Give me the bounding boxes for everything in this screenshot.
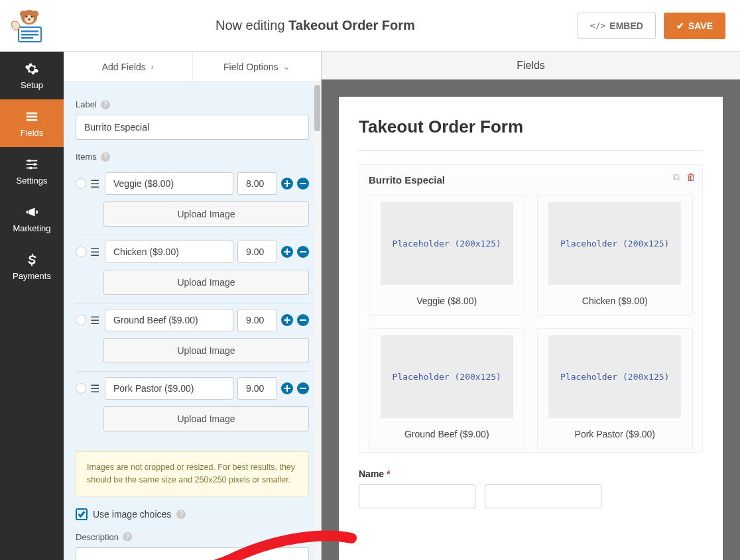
choice-label: Ground Beef ($9.00) <box>375 429 519 439</box>
chevron-down-icon: ⌄ <box>283 62 290 72</box>
svg-point-4 <box>26 15 28 17</box>
image-choice[interactable]: Placeholder (200x125) Ground Beef ($9.00… <box>369 328 525 449</box>
canvas-header: Fields <box>322 52 740 80</box>
upload-image-button[interactable]: Upload Image <box>103 338 309 363</box>
remove-item-button[interactable] <box>297 382 309 394</box>
checkbox-icon <box>76 508 88 520</box>
item-name-input[interactable] <box>105 241 233 263</box>
help-icon[interactable]: ? <box>123 532 132 541</box>
sidebar-item-setup[interactable]: Setup <box>0 52 64 99</box>
item-name-input[interactable] <box>105 377 233 400</box>
embed-button[interactable]: </> EMBED <box>578 13 656 39</box>
svg-rect-22 <box>300 319 306 321</box>
item-name-input[interactable] <box>105 309 233 331</box>
image-choice[interactable]: Placeholder (200x125) Chicken ($9.00) <box>537 195 694 316</box>
svg-point-17 <box>28 159 31 162</box>
sidebar-item-marketing[interactable]: Marketing <box>0 195 64 243</box>
name-field-label: Name * <box>359 469 390 479</box>
drag-handle-icon[interactable]: ☰ <box>90 178 101 190</box>
sidebar-item-payments[interactable]: Payments <box>0 243 64 290</box>
drag-handle-icon[interactable]: ☰ <box>90 382 101 395</box>
delete-field-icon[interactable]: 🗑 <box>686 172 696 183</box>
drag-handle-icon[interactable]: ☰ <box>90 246 101 258</box>
use-image-choices-checkbox[interactable]: Use image choices ? <box>76 508 309 520</box>
first-name-input[interactable] <box>359 484 475 508</box>
field-title: Burrito Especial <box>369 174 693 186</box>
code-icon: </> <box>590 21 605 30</box>
item-row: ☰ Upload Image <box>76 235 309 304</box>
upload-image-button[interactable]: Upload Image <box>103 406 309 431</box>
help-icon[interactable]: ? <box>176 510 186 519</box>
add-item-button[interactable] <box>281 246 293 258</box>
check-icon: ✔ <box>676 21 684 31</box>
upload-image-button[interactable]: Upload Image <box>103 270 309 295</box>
sidebar-item-label: Setup <box>21 80 43 90</box>
item-default-radio[interactable] <box>76 178 86 189</box>
item-price-input[interactable] <box>237 377 277 400</box>
help-icon[interactable]: ? <box>101 152 110 162</box>
svg-rect-23 <box>300 388 306 389</box>
item-row: ☰ Upload Image <box>76 304 309 372</box>
sidebar-item-label: Settings <box>17 176 48 186</box>
item-default-radio[interactable] <box>76 247 86 257</box>
remove-item-button[interactable] <box>297 246 309 258</box>
svg-point-6 <box>28 18 31 20</box>
sidebar-item-label: Payments <box>13 271 51 281</box>
placeholder-image: Placeholder (200x125) <box>548 202 681 285</box>
item-price-input[interactable] <box>237 241 277 263</box>
add-item-button[interactable] <box>281 178 293 190</box>
dollar-icon <box>25 252 39 267</box>
upload-image-button[interactable]: Upload Image <box>103 201 309 227</box>
item-price-input[interactable] <box>237 172 277 195</box>
sidebar-item-label: Fields <box>21 128 44 138</box>
remove-item-button[interactable] <box>297 178 309 190</box>
placeholder-image: Placeholder (200x125) <box>381 202 513 285</box>
last-name-input[interactable] <box>485 484 601 508</box>
item-price-input[interactable] <box>237 309 277 331</box>
items-section-heading: Items ? <box>76 152 309 162</box>
duplicate-field-icon[interactable]: ⧉ <box>673 172 680 183</box>
add-item-button[interactable] <box>281 382 293 394</box>
bullhorn-icon <box>25 205 39 219</box>
item-default-radio[interactable] <box>76 315 86 325</box>
choice-label: Veggie ($8.00) <box>375 296 519 306</box>
svg-rect-9 <box>21 34 38 36</box>
svg-point-1 <box>20 11 27 17</box>
label-section-heading: Label ? <box>76 99 309 109</box>
divider <box>359 150 703 151</box>
drag-handle-icon[interactable]: ☰ <box>90 314 101 327</box>
svg-rect-8 <box>21 30 38 32</box>
field-description-input[interactable] <box>76 547 309 561</box>
image-size-notice: Images are not cropped or resized. For b… <box>76 451 309 496</box>
main-sidebar: Setup Fields Settings Marketing Payments <box>0 52 64 560</box>
svg-rect-12 <box>27 115 38 117</box>
wpforms-logo <box>5 7 53 45</box>
svg-point-2 <box>32 11 38 17</box>
name-field-block[interactable]: Name * <box>359 469 703 508</box>
item-default-radio[interactable] <box>76 383 86 394</box>
payment-field-block[interactable]: ⧉ 🗑 Burrito Especial Placeholder (200x12… <box>359 164 703 453</box>
description-section-heading: Description ? <box>76 532 309 542</box>
image-choice[interactable]: Placeholder (200x125) Pork Pastor ($9.00… <box>537 328 694 449</box>
svg-rect-13 <box>27 119 38 121</box>
tab-field-options[interactable]: Field Options ⌄ <box>193 52 322 82</box>
gear-icon <box>25 62 39 76</box>
field-label-input[interactable] <box>76 115 309 140</box>
sidebar-item-label: Marketing <box>13 223 50 233</box>
svg-point-19 <box>29 166 32 169</box>
now-editing-title: Now editing Takeout Order Form <box>53 18 578 33</box>
chevron-right-icon: › <box>151 62 154 72</box>
choice-label: Chicken ($9.00) <box>543 296 688 306</box>
svg-rect-10 <box>21 37 33 39</box>
add-item-button[interactable] <box>281 314 293 326</box>
remove-item-button[interactable] <box>297 314 309 326</box>
save-button[interactable]: ✔ SAVE <box>664 13 725 39</box>
help-icon[interactable]: ? <box>101 100 110 109</box>
sidebar-item-fields[interactable]: Fields <box>0 99 64 147</box>
placeholder-image: Placeholder (200x125) <box>548 335 681 418</box>
svg-rect-20 <box>300 183 306 184</box>
sidebar-item-settings[interactable]: Settings <box>0 147 64 195</box>
item-name-input[interactable] <box>105 172 233 195</box>
image-choice[interactable]: Placeholder (200x125) Veggie ($8.00) <box>369 195 525 316</box>
tab-add-fields[interactable]: Add Fields › <box>64 52 193 82</box>
